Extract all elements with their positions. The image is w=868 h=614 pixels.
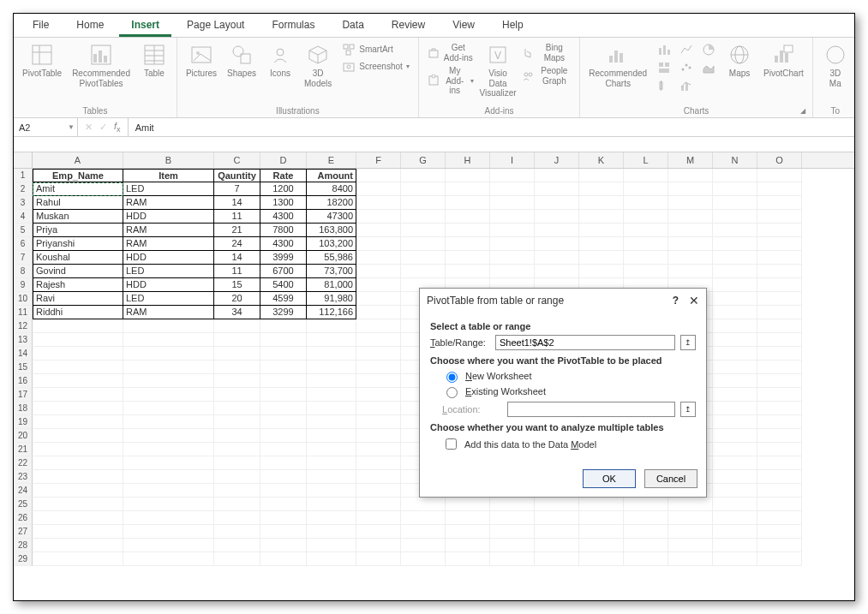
cell[interactable] xyxy=(757,319,802,333)
cell[interactable] xyxy=(307,388,356,402)
cell[interactable]: 11 xyxy=(214,265,260,278)
tab-insert[interactable]: Insert xyxy=(119,15,171,37)
cell[interactable] xyxy=(356,511,401,525)
row-header-6[interactable]: 6 xyxy=(14,237,33,251)
cell[interactable]: 103,200 xyxy=(307,237,356,251)
location-input[interactable] xyxy=(507,402,675,417)
row-header-2[interactable]: 2 xyxy=(14,182,33,196)
cell[interactable] xyxy=(757,292,802,306)
cell[interactable] xyxy=(757,539,802,552)
cell[interactable]: 18200 xyxy=(307,196,356,210)
cell[interactable] xyxy=(713,169,757,182)
cell[interactable] xyxy=(260,333,307,347)
cell[interactable] xyxy=(356,539,401,552)
cell[interactable] xyxy=(401,210,446,224)
cell[interactable] xyxy=(668,169,713,182)
cell[interactable] xyxy=(757,278,802,292)
cell[interactable]: 6700 xyxy=(260,265,307,278)
ok-button[interactable]: OK xyxy=(583,469,636,488)
cell[interactable] xyxy=(713,361,757,374)
cell[interactable] xyxy=(490,265,535,278)
tab-page-layout[interactable]: Page Layout xyxy=(175,15,256,37)
cell[interactable] xyxy=(624,511,668,525)
cell[interactable] xyxy=(446,196,490,210)
fx-icon[interactable]: fx xyxy=(114,121,121,134)
cell[interactable]: 47300 xyxy=(307,210,356,224)
recommended-pivottables-button[interactable]: Recommended PivotTables xyxy=(69,41,134,90)
row-header-13[interactable]: 13 xyxy=(14,333,33,347)
chart-stat-button[interactable] xyxy=(654,77,674,94)
cell[interactable] xyxy=(535,210,579,224)
cell[interactable] xyxy=(757,333,802,347)
cell[interactable] xyxy=(624,525,668,539)
cell[interactable] xyxy=(713,292,757,306)
cell[interactable] xyxy=(123,402,214,415)
cell[interactable] xyxy=(713,347,757,361)
cell[interactable] xyxy=(307,552,356,566)
cell[interactable] xyxy=(33,470,123,484)
cell[interactable] xyxy=(356,525,401,539)
cell[interactable] xyxy=(356,319,401,333)
cell[interactable] xyxy=(713,210,757,224)
cell[interactable] xyxy=(123,552,214,566)
cell[interactable] xyxy=(757,552,802,566)
cell[interactable] xyxy=(713,265,757,278)
cell[interactable] xyxy=(214,347,260,361)
cell[interactable] xyxy=(757,456,802,470)
cell[interactable] xyxy=(307,498,356,511)
pivotchart-button[interactable]: PivotChart xyxy=(760,41,807,80)
chart-surface-button[interactable] xyxy=(698,59,719,76)
cell[interactable] xyxy=(535,539,579,552)
cell[interactable] xyxy=(668,525,713,539)
3dmodels-button[interactable]: 3D Models xyxy=(301,41,335,90)
cell[interactable]: 73,700 xyxy=(307,265,356,278)
cell[interactable] xyxy=(713,443,757,456)
cell[interactable] xyxy=(214,525,260,539)
row-header-28[interactable]: 28 xyxy=(14,539,33,552)
cell[interactable] xyxy=(579,525,624,539)
cell[interactable] xyxy=(713,333,757,347)
cell[interactable] xyxy=(713,456,757,470)
cell[interactable] xyxy=(713,539,757,552)
row-header-19[interactable]: 19 xyxy=(14,415,33,429)
column-header-F[interactable]: F xyxy=(356,152,401,168)
cell[interactable]: 14 xyxy=(214,251,260,265)
cell[interactable] xyxy=(446,224,490,237)
cell[interactable] xyxy=(624,552,668,566)
cell[interactable] xyxy=(356,415,401,429)
cell[interactable] xyxy=(260,361,307,374)
cell[interactable] xyxy=(33,333,123,347)
cell[interactable] xyxy=(668,552,713,566)
column-header-O[interactable]: O xyxy=(757,152,802,168)
cell[interactable] xyxy=(33,484,123,498)
row-header-15[interactable]: 15 xyxy=(14,361,33,374)
cell[interactable] xyxy=(356,388,401,402)
cell[interactable] xyxy=(624,182,668,196)
cell[interactable] xyxy=(446,237,490,251)
cell[interactable] xyxy=(260,319,307,333)
cell[interactable] xyxy=(123,333,214,347)
cell[interactable] xyxy=(535,552,579,566)
column-header-I[interactable]: I xyxy=(490,152,535,168)
pictures-button[interactable]: Pictures xyxy=(183,41,220,80)
cell[interactable] xyxy=(535,224,579,237)
cell[interactable] xyxy=(401,196,446,210)
cell[interactable]: 4300 xyxy=(260,237,307,251)
cell[interactable] xyxy=(123,361,214,374)
cell[interactable]: Riddhi xyxy=(33,306,123,319)
cell[interactable] xyxy=(33,402,123,415)
cell[interactable] xyxy=(757,429,802,443)
table-range-input[interactable] xyxy=(495,335,675,350)
cell[interactable] xyxy=(713,388,757,402)
pivottable-button[interactable]: PivotTable xyxy=(19,41,65,80)
cell[interactable]: 91,980 xyxy=(307,292,356,306)
cell[interactable] xyxy=(535,196,579,210)
cell[interactable]: 8400 xyxy=(307,182,356,196)
cell[interactable] xyxy=(401,251,446,265)
cell[interactable] xyxy=(713,278,757,292)
cell[interactable] xyxy=(757,484,802,498)
row-header-9[interactable]: 9 xyxy=(14,278,33,292)
chart-line-button[interactable] xyxy=(676,41,697,58)
cell[interactable] xyxy=(713,484,757,498)
cell[interactable] xyxy=(214,511,260,525)
